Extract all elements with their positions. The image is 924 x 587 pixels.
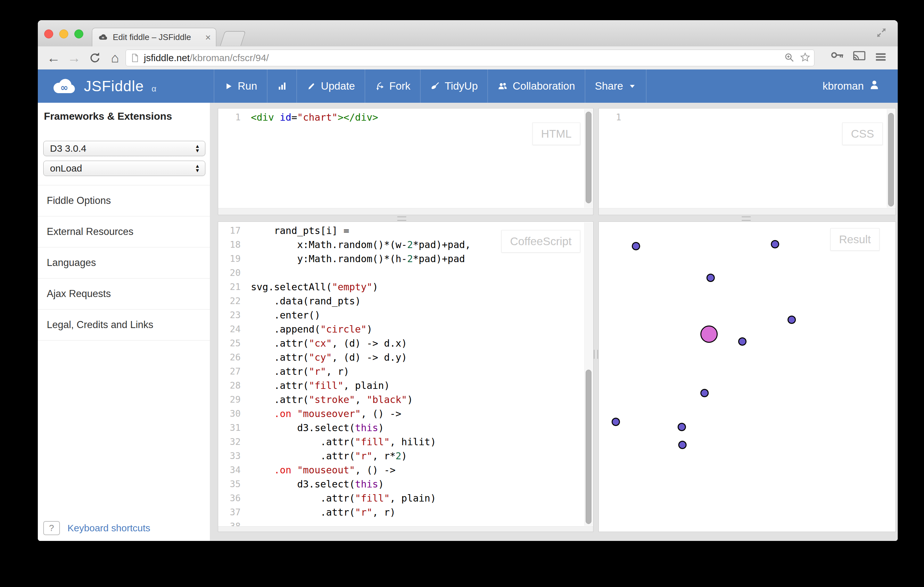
line-number: 37 [218, 505, 246, 520]
jsfiddle-logo[interactable]: ∞ JSFiddle α [50, 69, 156, 103]
line-number: 24 [218, 322, 246, 336]
keyboard-shortcuts[interactable]: ? Keyboard shortcuts [43, 521, 150, 535]
sidebar: Frameworks & Extensions D3 3.0.4 ▲▼ onLo… [38, 103, 210, 541]
tab-close-icon[interactable]: × [205, 32, 211, 43]
scrollbar-thumb[interactable] [586, 370, 591, 524]
horizontal-splitter-grip[interactable] [397, 216, 406, 221]
share-button[interactable]: Share [585, 69, 647, 103]
line-number: 27 [218, 365, 246, 379]
result-circle[interactable] [771, 240, 779, 248]
update-label: Update [321, 80, 355, 92]
collaboration-button[interactable]: Collaboration [487, 69, 584, 103]
result-circle[interactable] [700, 389, 709, 397]
bookmark-star-icon[interactable] [800, 52, 810, 64]
browser-window: ∞ Edit fiddle – JSFiddle × ← → ⌂ jsf [38, 20, 898, 541]
coffeescript-panel: 17 rand_pts[i] =18 x:Math.random()*(w-2*… [218, 222, 593, 532]
line-number: 21 [218, 280, 246, 294]
horizontal-splitter-grip[interactable] [742, 216, 751, 221]
caret-icon [628, 82, 636, 90]
password-key-icon[interactable] [831, 51, 844, 59]
run-button[interactable]: Run [214, 69, 267, 103]
html-panel: 1<div id="chart"></div> HTML [218, 108, 593, 215]
code-line: 22 .data(rand_pts) [218, 294, 593, 308]
url-bar[interactable]: jsfiddle.net/kbroman/cfscr/94/ [125, 49, 814, 66]
coffeescript-scrollbar [584, 222, 592, 526]
scrollbar-thumb[interactable] [888, 113, 894, 206]
tidyup-label: TidyUp [445, 80, 478, 92]
zoom-window-button[interactable] [74, 30, 83, 38]
vertical-splitter-grip[interactable] [594, 350, 598, 359]
cast-icon[interactable] [853, 51, 866, 61]
zoom-page-icon[interactable] [784, 52, 794, 64]
sidebar-sections: Fiddle OptionsExternal ResourcesLanguage… [38, 185, 210, 340]
svg-text:∞: ∞ [60, 82, 68, 93]
line-number: 18 [218, 238, 246, 252]
code-line: 19 y:Math.random()*(h-2*pad)+pad [218, 252, 593, 266]
code-line: 21svg.selectAll("empty") [218, 280, 593, 294]
code-line: 24 .append("circle") [218, 322, 593, 336]
pencil-icon [307, 82, 316, 91]
line-number: 35 [218, 477, 246, 491]
coffeescript-editor[interactable]: 17 rand_pts[i] =18 x:Math.random()*(w-2*… [218, 222, 593, 526]
line-number: 1 [218, 110, 246, 125]
code-line: 29 .attr("stroke", "black") [218, 393, 593, 407]
code-line: 28 .attr("fill", plain) [218, 379, 593, 393]
sidebar-item-languages[interactable]: Languages [38, 247, 210, 278]
line-number: 26 [218, 350, 246, 365]
tidyup-button[interactable]: TidyUp [420, 69, 487, 103]
result-circle[interactable] [738, 337, 746, 346]
svg-text:∞: ∞ [102, 35, 104, 40]
code-line: 34 .on "mouseout", () -> [218, 463, 593, 477]
close-window-button[interactable] [44, 30, 53, 38]
header-actions: RunUpdateForkTidyUpCollaborationShare [214, 69, 647, 103]
fork-button[interactable]: Fork [365, 69, 420, 103]
onload-select-value: onLoad [50, 163, 82, 174]
line-number: 17 [218, 224, 246, 238]
keyboard-shortcuts-link[interactable]: Keyboard shortcuts [68, 523, 150, 534]
scrollbar-thumb[interactable] [586, 112, 591, 203]
sidebar-item-legal-credits-and-links[interactable]: Legal, Credits and Links [38, 309, 210, 340]
code-line: 36 .attr("fill", plain) [218, 491, 593, 505]
user-menu[interactable]: kbroman [823, 69, 880, 103]
logo-alpha-badge: α [152, 84, 156, 94]
result-circle[interactable] [678, 423, 686, 431]
menu-hamburger-icon[interactable] [874, 51, 887, 63]
minimize-window-button[interactable] [59, 30, 68, 38]
result-circle[interactable] [787, 316, 796, 324]
page-content: Frameworks & Extensions D3 3.0.4 ▲▼ onLo… [38, 103, 898, 541]
result-circle[interactable] [632, 242, 640, 250]
refresh-button[interactable] [86, 46, 103, 69]
result-circle[interactable] [678, 441, 686, 449]
sidebar-item-fiddle-options[interactable]: Fiddle Options [38, 185, 210, 216]
result-circle[interactable] [706, 274, 715, 282]
result-panel: Result [599, 222, 896, 532]
stats-button[interactable] [267, 69, 296, 103]
sidebar-item-ajax-requests[interactable]: Ajax Requests [38, 278, 210, 309]
tab-title: Edit fiddle – JSFiddle [113, 32, 203, 42]
update-button[interactable]: Update [296, 69, 365, 103]
browser-tab[interactable]: ∞ Edit fiddle – JSFiddle × [92, 28, 216, 46]
desktop-background: ∞ Edit fiddle – JSFiddle × ← → ⌂ jsf [0, 0, 924, 587]
cloud-logo-icon: ∞ [50, 76, 78, 96]
code-line: 23 .enter() [218, 308, 593, 322]
code-line: 35 d3.select(this) [218, 477, 593, 491]
back-button[interactable]: ← [45, 46, 62, 69]
sidebar-item-external-resources[interactable]: External Resources [38, 216, 210, 247]
logo-text: JSFiddle [84, 77, 144, 95]
select-arrows-icon: ▲▼ [195, 144, 200, 153]
url-path: /kbroman/cfscr/94/ [190, 53, 269, 63]
css-panel-label: CSS [842, 123, 883, 145]
new-tab-button[interactable] [220, 31, 246, 46]
code-line: 20 [218, 266, 593, 280]
framework-select[interactable]: D3 3.0.4 ▲▼ [43, 141, 205, 156]
home-button[interactable]: ⌂ [106, 46, 124, 69]
coffeescript-panel-label: CoffeeScript [502, 230, 580, 253]
code-line: 38 [218, 520, 593, 526]
expand-window-icon[interactable] [876, 27, 887, 39]
forward-button[interactable]: → [65, 46, 82, 69]
browser-toolbar: ← → ⌂ jsfiddle.net/kbroman/cfscr/94/ [38, 46, 898, 70]
question-key-badge: ? [43, 521, 60, 535]
result-circle[interactable] [612, 418, 620, 426]
result-circle-highlighted[interactable] [700, 326, 718, 343]
onload-select[interactable]: onLoad ▲▼ [43, 161, 205, 176]
